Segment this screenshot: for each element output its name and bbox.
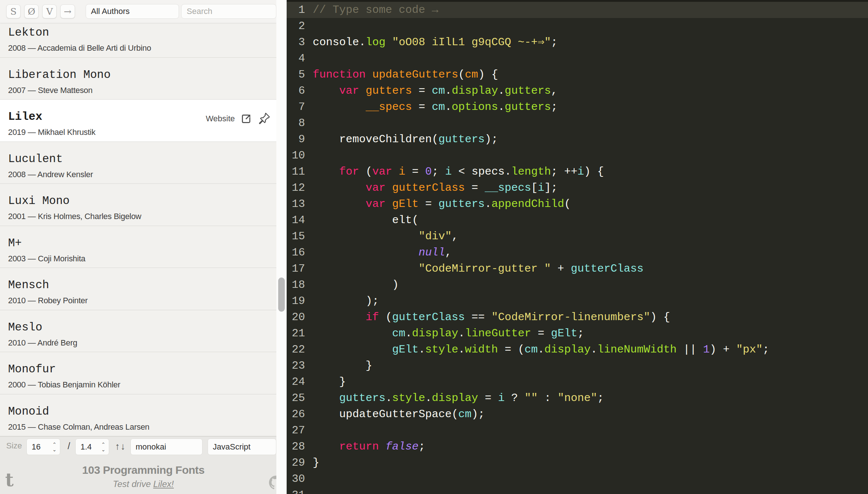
code-text: if (gutterClass == "CodeMirror-linenumbe… — [313, 309, 670, 325]
site-title: 103 Programming Fonts — [0, 464, 287, 476]
line-height-stepper[interactable]: ⌃⌄ — [100, 440, 107, 454]
code-line: 10 — [287, 147, 868, 164]
font-name: Monofur — [8, 362, 270, 376]
external-link-icon — [240, 113, 252, 125]
font-year-author: 2003 — Coji Morishita — [8, 254, 270, 264]
code-line: 6 var gutters = cm.display.gutters, — [287, 83, 868, 99]
theme-up-icon[interactable]: ↑ — [115, 441, 121, 452]
theme-cycle-arrows[interactable]: ↑↓ — [115, 441, 126, 452]
code-text: function updateGutters(cm) { — [313, 67, 498, 83]
line-number: 23 — [287, 358, 307, 374]
author-filter-select[interactable]: All Authors — [86, 4, 179, 19]
website-link[interactable]: Website — [206, 114, 235, 124]
code-editor[interactable]: 1// Type some code →23console.log "oO08 … — [287, 0, 868, 494]
font-list-item[interactable]: Monofur2000 — Tobias Benjamin Köhler — [0, 352, 276, 394]
code-line: 5function updateGutters(cm) { — [287, 67, 868, 83]
test-drive-link[interactable]: Lilex! — [153, 479, 174, 489]
code-line: 8 — [287, 115, 868, 131]
font-list: Lekton2008 — Accademia di Belle Arti di … — [0, 15, 276, 436]
code-text: ); — [313, 293, 379, 309]
font-sidebar: Lekton2008 — Accademia di Belle Arti di … — [0, 0, 287, 494]
theme-select[interactable] — [130, 438, 202, 455]
code-text: for (var i = 0; i < specs.length; ++i) { — [313, 164, 604, 180]
font-name: Mensch — [8, 278, 270, 292]
font-year-author: 2000 — Tobias Benjamin Köhler — [8, 380, 270, 390]
font-year-author: 2008 — Accademia di Belle Arti di Urbino — [8, 43, 270, 53]
line-number: 5 — [287, 67, 307, 83]
code-line: 20 if (gutterClass == "CodeMirror-linenu… — [287, 309, 868, 325]
pin-font-button[interactable] — [257, 112, 270, 125]
font-list-item[interactable]: LilexWebsite2019 — Mikhael Khrustik — [0, 100, 276, 142]
font-list-item[interactable]: Luxi Mono2001 — Kris Holmes, Charles Big… — [0, 184, 276, 226]
ligatures-filter-button[interactable]: → — [60, 4, 75, 18]
line-number: 12 — [287, 180, 307, 196]
code-text: return false; — [313, 438, 425, 455]
line-number: 13 — [287, 196, 307, 212]
code-line: 31 — [287, 487, 868, 494]
line-number: 9 — [287, 131, 307, 147]
code-line: 25 gutters.style.display = i ? "" : "non… — [287, 390, 868, 406]
editor-lines: 1// Type some code →23console.log "oO08 … — [287, 2, 868, 494]
font-list-item[interactable]: Luculent2008 — Andrew Kensler — [0, 142, 276, 184]
font-list-item[interactable]: Liberation Mono2007 — Steve Matteson — [0, 58, 276, 100]
line-number: 17 — [287, 261, 307, 277]
code-line: 9 removeChildren(gutters); — [287, 131, 868, 147]
selected-font-actions: Website — [206, 112, 270, 125]
font-year-author: 2007 — Steve Matteson — [8, 86, 270, 95]
list-scrollbar[interactable] — [276, 0, 287, 494]
code-text: null, — [313, 244, 452, 261]
font-list-item[interactable]: Monoid2015 — Chase Colman, Andreas Larse… — [0, 394, 276, 437]
tumblr-icon[interactable]: t — [5, 469, 14, 491]
language-select[interactable] — [208, 438, 276, 455]
code-line: 16 null, — [287, 244, 868, 261]
line-number: 4 — [287, 50, 307, 67]
proportional-filter-button[interactable]: V — [42, 4, 57, 18]
code-text: "CodeMirror-gutter " + gutterClass — [313, 261, 643, 277]
code-line: 4 — [287, 50, 868, 67]
font-name: Luculent — [8, 152, 270, 166]
font-year-author: 2015 — Chase Colman, Andreas Larsen — [8, 422, 270, 432]
font-name: M+ — [8, 236, 270, 250]
size-stepper[interactable]: ⌃⌄ — [51, 440, 58, 454]
font-list-item[interactable]: Mensch2010 — Robey Pointer — [0, 268, 276, 310]
code-text: } — [313, 455, 319, 471]
code-line: 29} — [287, 455, 868, 471]
code-line: 3console.log "oO08 iIlL1 g9qCGQ ~-+⇒"; — [287, 34, 868, 50]
code-text: __specs = cm.options.gutters; — [313, 99, 557, 115]
font-list-item[interactable]: Meslo2010 — André Berg — [0, 310, 276, 352]
line-number: 28 — [287, 438, 307, 455]
list-scrollbar-thumb[interactable] — [278, 278, 285, 312]
line-number: 16 — [287, 244, 307, 261]
code-line: 28 return false; — [287, 438, 868, 455]
code-text: // Type some code → — [313, 2, 438, 18]
search-input[interactable] — [181, 4, 276, 19]
code-text: var gElt = gutters.appendChild( — [313, 196, 571, 212]
filter-toolbar: S Ø V → All Authors — [0, 0, 276, 23]
line-number: 15 — [287, 228, 307, 244]
font-year-author: 2019 — Mikhael Khrustik — [8, 128, 270, 137]
code-line: 7 __specs = cm.options.gutters; — [287, 99, 868, 115]
code-line: 26 updateGutterSpace(cm); — [287, 406, 868, 422]
pin-icon[interactable] — [257, 112, 270, 125]
code-line: 17 "CodeMirror-gutter " + gutterClass — [287, 261, 868, 277]
test-drive-tagline: Test drive Lilex! — [0, 479, 287, 489]
code-line: 19 ); — [287, 293, 868, 309]
line-number: 11 — [287, 164, 307, 180]
code-line: 23 } — [287, 358, 868, 374]
code-line: 11 for (var i = 0; i < specs.length; ++i… — [287, 164, 868, 180]
font-list-item[interactable]: M+2003 — Coji Morishita — [0, 226, 276, 268]
size-lineheight-separator: / — [68, 441, 70, 451]
tagline-text: Test drive — [113, 479, 153, 489]
code-text: cm.display.lineGutter = gElt; — [313, 325, 584, 341]
line-number: 7 — [287, 99, 307, 115]
line-number: 20 — [287, 309, 307, 325]
code-line: 18 ) — [287, 277, 868, 293]
font-name: Liberation Mono — [8, 68, 270, 82]
code-line: 21 cm.display.lineGutter = gElt; — [287, 325, 868, 341]
code-text: "div", — [313, 228, 458, 244]
website-external-link[interactable] — [240, 113, 252, 125]
theme-down-icon[interactable]: ↓ — [121, 441, 126, 452]
serif-filter-button[interactable]: S — [6, 4, 21, 18]
line-number: 3 — [287, 34, 307, 50]
slashed-zero-filter-button[interactable]: Ø — [24, 4, 39, 18]
